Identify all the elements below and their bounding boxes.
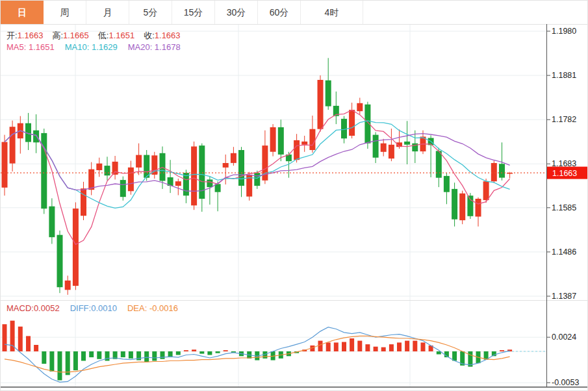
tab-month[interactable]: 月 <box>86 1 129 24</box>
svg-text:1.1980: 1.1980 <box>552 27 576 36</box>
kline-chart-canvas[interactable]: 1.19801.18811.17821.16831.15851.14861.13… <box>1 24 588 391</box>
svg-text:1.1387: 1.1387 <box>552 292 576 301</box>
chart-area: 1.19801.18811.17821.16831.15851.14861.13… <box>1 24 588 391</box>
tab-60min[interactable]: 60分 <box>258 1 301 24</box>
tab-day[interactable]: 日 <box>1 1 44 24</box>
main-price-axis: 1.19801.18811.17821.16831.15851.14861.13… <box>546 27 576 301</box>
kline-app: 日 周 月 5分 15分 30分 60分 4时 1.19801.18811.17… <box>0 0 588 391</box>
tab-15min[interactable]: 15分 <box>172 1 215 24</box>
svg-text:-0.0053: -0.0053 <box>552 378 579 387</box>
tab-4hour[interactable]: 4时 <box>301 1 363 24</box>
current-price-tag: 1.1663 <box>547 167 588 179</box>
svg-text:1.1585: 1.1585 <box>552 203 576 212</box>
svg-text:1.1663: 1.1663 <box>552 169 577 178</box>
kline-svg[interactable]: 1.19801.18811.17821.16831.15851.14861.13… <box>1 24 588 391</box>
tabbar-spacer <box>363 1 587 24</box>
tab-week[interactable]: 周 <box>44 1 86 24</box>
svg-text:0.0024: 0.0024 <box>552 333 576 342</box>
period-tabbar: 日 周 月 5分 15分 30分 60分 4时 <box>1 1 587 25</box>
tab-30min[interactable]: 30分 <box>215 1 258 24</box>
tab-5min[interactable]: 5分 <box>129 1 172 24</box>
svg-text:1.1881: 1.1881 <box>552 71 576 80</box>
svg-text:1.1486: 1.1486 <box>552 247 576 257</box>
ma10-line <box>5 121 510 208</box>
svg-text:1.1782: 1.1782 <box>552 115 576 124</box>
macd-value-axis: 0.0024-0.0053 <box>546 333 579 387</box>
